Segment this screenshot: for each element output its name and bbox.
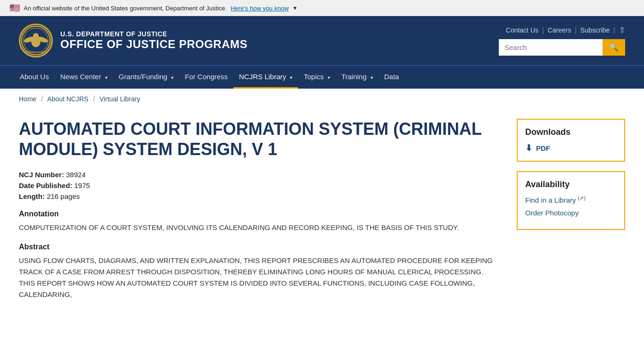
nav-item-training: Training ▾ <box>336 66 379 89</box>
agency-name: U.S. DEPARTMENT OF JUSTICE OFFICE OF JUS… <box>60 30 248 51</box>
date-label: Date Published: <box>19 181 72 189</box>
page-title: AUTOMATED COURT INFORMATION SYSTEM (CRIM… <box>19 119 498 159</box>
pdf-label: PDF <box>536 144 550 152</box>
gov-banner-link[interactable]: Here's how you know <box>231 5 289 12</box>
share-icon[interactable]: ⇧ <box>619 25 625 34</box>
find-library-label: Find in a Library <box>525 196 576 204</box>
length-value: 216 pages <box>47 192 80 200</box>
nav-list: About Us News Center ▾ Grants/Funding ▾ … <box>0 66 644 89</box>
availability-card: Availability Find in a Library (⇗) Order… <box>517 171 625 230</box>
nav-item-grants: Grants/Funding ▾ <box>113 66 180 89</box>
nav-link-ncjrs[interactable]: NCJRS Library ▾ <box>233 66 298 89</box>
gov-banner-text: An official website of the United States… <box>24 5 227 12</box>
nav-label-grants: Grants/Funding <box>119 73 167 81</box>
office-label: OFFICE OF JUSTICE PROGRAMS <box>60 38 248 51</box>
search-icon: 🔍 <box>609 43 619 52</box>
nav-item-news: News Center ▾ <box>55 66 113 89</box>
content-area: AUTOMATED COURT INFORMATION SYSTEM (CRIM… <box>19 119 498 300</box>
find-library-link[interactable]: Find in a Library (⇗) <box>525 195 617 204</box>
pdf-download-link[interactable]: ⬇ PDF <box>525 143 617 153</box>
search-button[interactable]: 🔍 <box>603 39 625 56</box>
subscribe-link[interactable]: Subscribe <box>580 26 610 34</box>
annotation-heading: Annotation <box>19 210 498 218</box>
header-logo-area: DEPARTMENT OF JUSTICE U.S. DEPARTMENT OF… <box>19 24 248 58</box>
download-icon: ⬇ <box>525 143 532 153</box>
doj-seal: DEPARTMENT OF JUSTICE <box>19 24 53 58</box>
availability-heading: Availability <box>525 180 617 189</box>
annotation-text: COMPUTERIZATION OF A COURT SYSTEM, INVOL… <box>19 222 498 233</box>
external-link-icon: (⇗) <box>578 195 586 201</box>
ncj-number-row: NCJ Number: 38924 <box>19 171 498 179</box>
gov-banner: 🇺🇸 An official website of the United Sta… <box>0 0 644 16</box>
svg-text:DEPARTMENT OF JUSTICE: DEPARTMENT OF JUSTICE <box>24 51 48 53</box>
ncj-number-label: NCJ Number: <box>19 171 64 179</box>
chevron-down-icon: ▾ <box>105 75 107 80</box>
header-right: Contact Us | Careers | Subscribe | ⇧ 🔍 <box>499 25 625 56</box>
nav-item-congress: For Congress <box>179 66 233 89</box>
chevron-down-icon: ▼ <box>292 5 297 11</box>
abstract-heading: Abstract <box>19 243 498 251</box>
date-row: Date Published: 1975 <box>19 181 498 189</box>
separator: | <box>575 26 577 34</box>
site-header: DEPARTMENT OF JUSTICE U.S. DEPARTMENT OF… <box>0 16 644 65</box>
breadcrumb-virtual-library[interactable]: Virtual Library <box>99 95 140 103</box>
downloads-heading: Downloads <box>525 127 617 137</box>
nav-link-news[interactable]: News Center ▾ <box>55 66 113 87</box>
meta-section: NCJ Number: 38924 Date Published: 1975 L… <box>19 171 498 200</box>
main-content: AUTOMATED COURT INFORMATION SYSTEM (CRIM… <box>0 109 644 319</box>
downloads-card: Downloads ⬇ PDF <box>517 119 625 162</box>
contact-us-link[interactable]: Contact Us <box>506 26 538 34</box>
nav-label-training: Training <box>341 73 367 81</box>
careers-link[interactable]: Careers <box>548 26 571 34</box>
main-nav: About Us News Center ▾ Grants/Funding ▾ … <box>0 65 644 89</box>
breadcrumb: Home / About NCJRS / Virtual Library <box>0 89 644 109</box>
us-flag-icon: 🇺🇸 <box>9 3 20 13</box>
nav-link-topics[interactable]: Topics ▾ <box>298 66 336 87</box>
nav-link-grants[interactable]: Grants/Funding ▾ <box>113 66 180 87</box>
header-utility-links: Contact Us | Careers | Subscribe | ⇧ <box>506 25 625 34</box>
chevron-down-icon: ▾ <box>328 75 330 80</box>
nav-link-congress[interactable]: For Congress <box>179 66 233 87</box>
abstract-text: USING FLOW CHARTS, DIAGRAMS, AND WRITTEN… <box>19 255 498 300</box>
length-label: Length: <box>19 192 45 200</box>
nav-item-data: Data <box>379 66 405 89</box>
separator: | <box>542 26 544 34</box>
nav-link-about[interactable]: About Us <box>14 66 55 87</box>
nav-label-topics: Topics <box>304 73 324 81</box>
date-value: 1975 <box>74 181 90 189</box>
nav-label-news: News Center <box>60 73 101 81</box>
sidebar: Downloads ⬇ PDF Availability Find in a L… <box>517 119 625 300</box>
chevron-down-icon: ▾ <box>290 75 292 80</box>
length-row: Length: 216 pages <box>19 192 498 200</box>
search-input[interactable] <box>499 39 603 56</box>
nav-link-training[interactable]: Training ▾ <box>336 66 379 87</box>
ncj-number-value: 38924 <box>66 171 86 179</box>
chevron-down-icon: ▾ <box>371 75 373 80</box>
breadcrumb-home[interactable]: Home <box>19 95 36 103</box>
nav-item-about: About Us <box>14 66 55 89</box>
svg-point-5 <box>33 33 39 39</box>
nav-link-data[interactable]: Data <box>379 66 405 87</box>
nav-item-ncjrs: NCJRS Library ▾ <box>233 66 298 89</box>
chevron-down-icon: ▾ <box>171 75 173 80</box>
order-photocopy-link[interactable]: Order Photocopy <box>525 209 617 217</box>
breadcrumb-ncjrs[interactable]: About NCJRS <box>47 95 88 103</box>
nav-label-ncjrs: NCJRS Library <box>239 73 286 81</box>
search-bar: 🔍 <box>499 39 625 56</box>
separator: | <box>613 26 615 34</box>
breadcrumb-separator: / <box>93 95 95 103</box>
breadcrumb-separator: / <box>41 95 43 103</box>
dept-label: U.S. DEPARTMENT OF JUSTICE <box>60 30 248 38</box>
nav-item-topics: Topics ▾ <box>298 66 336 89</box>
